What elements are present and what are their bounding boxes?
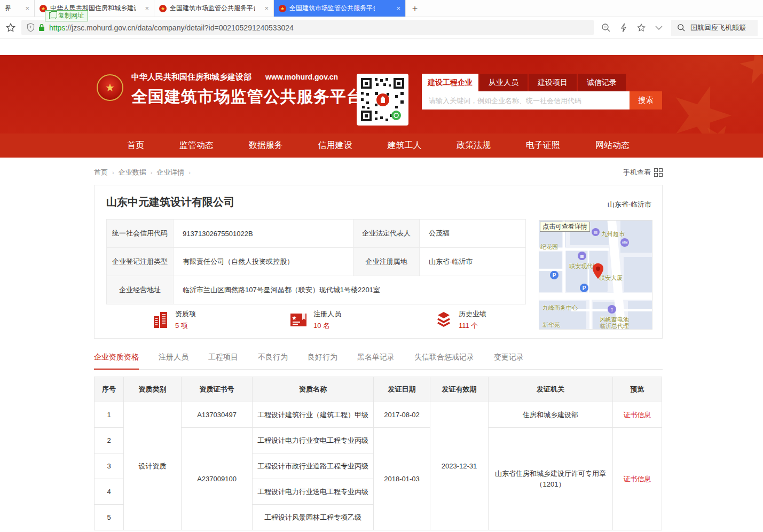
building-icon (152, 311, 169, 329)
keyword-search-input[interactable] (422, 91, 630, 109)
search-tab-project[interactable]: 建设项目 (529, 74, 577, 91)
issue-date: 2017-08-02 (374, 402, 430, 428)
company-region: 山东省-临沂市 (608, 200, 651, 209)
tab-dishonesty-records[interactable]: 失信联合惩戒记录 (414, 353, 474, 369)
nav-item-home[interactable]: 首页 (127, 140, 144, 151)
tab-close-icon[interactable]: × (396, 5, 400, 12)
company-stats: 资质项 5 项 注册人员 10 名 (106, 306, 525, 337)
quick-search-box[interactable]: 国航回应飞机颠簸 (671, 20, 758, 36)
address-bar-actions (601, 23, 663, 33)
tab-close-icon[interactable]: × (264, 5, 269, 12)
nav-item-supervision[interactable]: 监管动态 (179, 140, 214, 151)
shield-plus-icon[interactable] (27, 23, 35, 32)
tab-close-icon[interactable]: × (25, 5, 29, 12)
quick-search-text: 国航回应飞机颠簸 (690, 23, 746, 33)
address-bar: https://jzsc.mohurd.gov.cn/data/company/… (0, 17, 763, 38)
battery-poi-icon: ▯ (608, 305, 616, 314)
cert-no: A237009100 (182, 428, 253, 530)
stat-registered-personnel: 注册人员 10 名 (289, 309, 341, 331)
stat-qualifications: 资质项 5 项 (152, 309, 196, 331)
row-no: 1 (95, 402, 124, 428)
search-icon (677, 24, 686, 32)
qualification-table: 序号 资质类别 资质证书号 资质名称 发证日期 发证有效期 发证机关 预览 1 … (94, 377, 662, 530)
col-header-category: 资质类别 (124, 377, 182, 402)
national-emblem-logo: ★ (97, 74, 123, 101)
url-field[interactable]: https://jzsc.mohurd.gov.cn/data/company/… (21, 20, 594, 35)
flash-mode-icon[interactable] (620, 23, 627, 33)
company-name: 山东中元建筑设计有限公司 (106, 195, 234, 209)
certificate-icon (289, 311, 308, 328)
search-tab-credit[interactable]: 诚信记录 (578, 74, 626, 91)
certificate-info-link[interactable]: 证书信息 (624, 411, 651, 419)
stat-value: 10 名 (313, 321, 341, 331)
browser-tab-2[interactable]: ★ 全国建筑市场监管公共服务平台 × (154, 0, 274, 17)
bookmark-star-icon[interactable] (5, 22, 16, 33)
lock-icon (38, 24, 45, 32)
tab-blacklist[interactable]: 黑名单记录 (357, 353, 395, 369)
certificate-info-link[interactable]: 证书信息 (624, 475, 651, 483)
tab-title: 全国建筑市场监管公共服务平台 (289, 4, 375, 13)
new-tab-button[interactable]: ＋ (406, 0, 424, 17)
tab-close-icon[interactable]: × (145, 5, 149, 12)
browser-tab-0[interactable]: 界 × (0, 0, 35, 17)
row-no: 2 (95, 428, 124, 453)
tab-change-records[interactable]: 变更记录 (494, 353, 524, 369)
breadcrumb-company-detail[interactable]: 企业详情 (156, 168, 184, 177)
row-no: 5 (95, 505, 124, 530)
search-tab-personnel[interactable]: 从业人员 (479, 74, 528, 91)
parking-poi-icon: P (580, 284, 588, 292)
tab-title: 界 (5, 4, 11, 13)
table-row: 1 设计资质 A137030497 工程设计建筑行业（建筑工程）甲级 2017-… (95, 402, 662, 428)
nav-item-e-license[interactable]: 电子证照 (526, 140, 560, 151)
nav-item-data-service[interactable]: 数据服务 (249, 140, 283, 151)
cert-no: A137030497 (182, 402, 253, 428)
field-label: 统一社会信用代码 (107, 220, 174, 248)
search-tab-enterprise[interactable]: 建设工程企业 (422, 74, 478, 91)
browser-tab-active[interactable]: ★ 全国建筑市场监管公共服务平台 × (274, 0, 406, 17)
col-header-validity: 发证有效期 (430, 377, 489, 402)
header-search-module: 建设工程企业 从业人员 建设项目 诚信记录 搜索 (422, 74, 662, 109)
qualification-name: 工程设计电力行业送电工程专业丙级 (253, 479, 374, 505)
location-map[interactable]: 点击可查看详情 ▤ ATM ▦ P P ▯ 九州超市 纪花园 联安现代城 联安大… (539, 220, 652, 330)
col-header-no: 序号 (95, 377, 124, 402)
breadcrumb-company-data[interactable]: 企业数据 (119, 168, 146, 177)
tab-registered-personnel[interactable]: 注册人员 (159, 353, 188, 369)
col-header-preview: 预览 (613, 377, 662, 402)
tab-projects[interactable]: 工程项目 (208, 353, 238, 369)
site-title: 全国建筑市场监管公共服务平台 (131, 86, 363, 108)
breadcrumb-home[interactable]: 首页 (94, 168, 108, 177)
detail-tabs: 企业资质资格 注册人员 工程项目 不良行为 良好行为 黑名单记录 失信联合惩戒记… (94, 353, 663, 370)
chevron-down-icon[interactable] (655, 26, 663, 30)
map-tooltip: 点击可查看详情 (540, 222, 590, 232)
mobile-qr-icon[interactable] (654, 168, 663, 177)
ministry-website-url: www.mohurd.gov.cn (265, 73, 338, 81)
table-header-row: 序号 资质类别 资质证书号 资质名称 发证日期 发证有效期 发证机关 预览 (95, 377, 662, 402)
stat-label: 资质项 (175, 309, 196, 319)
issuing-authority: 住房和城乡建设部 (489, 402, 613, 428)
company-summary-card: 山东中元建筑设计有限公司 山东省-临沂市 统一社会信用代码 9137130267… (94, 185, 663, 339)
search-button[interactable]: 搜索 (630, 91, 662, 109)
field-label: 企业注册属地 (353, 248, 420, 276)
nav-item-site-news[interactable]: 网站动态 (595, 140, 630, 151)
tab-qualifications[interactable]: 企业资质资格 (94, 353, 139, 370)
qualification-name: 工程设计电力行业变电工程专业丙级 (253, 428, 374, 453)
company-info-table: 统一社会信用代码 91371302675501022B 企业法定代表人 公茂福 … (106, 219, 526, 304)
nav-item-credit[interactable]: 信用建设 (318, 140, 352, 151)
registration-type-value: 有限责任公司（自然人投资或控股） (174, 248, 353, 276)
nav-item-workers[interactable]: 建筑工人 (387, 140, 421, 151)
zoom-out-icon[interactable] (601, 23, 611, 33)
mobile-view-label[interactable]: 手机查看 (623, 168, 651, 177)
favorites-star-icon[interactable] (636, 23, 646, 33)
search-category-tabs: 建设工程企业 从业人员 建设项目 诚信记录 (422, 74, 662, 91)
tab-bad-behavior[interactable]: 不良行为 (258, 353, 288, 369)
stat-value: 5 项 (175, 321, 196, 331)
registration-region-value: 山东省-临沂市 (420, 248, 526, 276)
tab-good-behavior[interactable]: 良好行为 (308, 353, 337, 369)
qualification-category: 设计资质 (124, 402, 182, 530)
flag-star-decoration (662, 76, 740, 134)
credit-code-value: 91371302675501022B (174, 220, 353, 248)
row-no: 3 (95, 453, 124, 479)
nav-item-policy[interactable]: 政策法规 (457, 140, 491, 151)
supermarket-poi-icon: ▤ (592, 228, 600, 236)
map-label-supermarket: 九州超市 (601, 230, 625, 238)
